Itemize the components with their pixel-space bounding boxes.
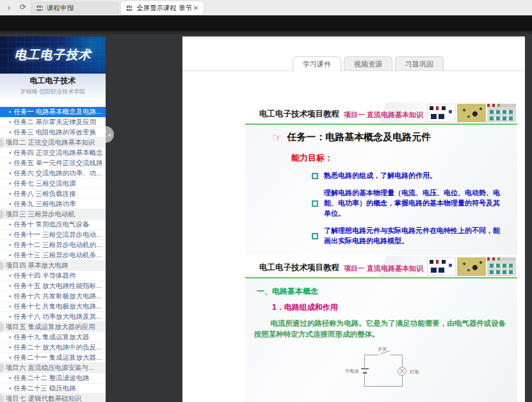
sidebar-item[interactable]: •任务三 电阻电路的等效变换 [0, 127, 106, 138]
body-paragraph: 电流所通过的路径称为电路。它是为了满足功能需要，由电气器件或设备按照某种特定方式… [254, 318, 507, 341]
sidebar-item[interactable]: •任务十 常用低压电气设备 [0, 220, 106, 230]
tab-video-resources[interactable]: 视频资源 [344, 56, 392, 71]
bullet-dot-icon: • [9, 375, 11, 382]
sidebar-item[interactable]: •任务十五 放大电路性能指标... [0, 281, 106, 291]
sidebar-item[interactable]: •任务十七 共集电极放大电路... [0, 302, 106, 312]
sidebar-item[interactable]: •任务十四 半导体器件 [0, 271, 106, 281]
course-sidebar: 电工电子技术 电工电子技术 罗锦锋 信阳职业技术学院 •任务一 电路基本概念及电… [0, 36, 106, 402]
sidebar-item[interactable]: •任务二十三 稳压电路 [0, 383, 106, 394]
sidebar-item[interactable]: •任务二十二 整流滤波电路 [0, 373, 106, 383]
sidebar-section-header[interactable]: 项目三 三相异步电动机 [0, 209, 106, 220]
goal-heading: 能力目标： [291, 152, 517, 164]
sidebar-item[interactable]: •任务五 单一元件正弦交流线路 [0, 158, 106, 168]
goal-bullet-list: 熟悉电路的组成，了解电路的作用。 理解电路的基本物理量（电流、电压、电位、电动势… [312, 171, 505, 246]
bullet-dot-icon: • [9, 201, 11, 207]
sidebar-item-label: 任务三 电阻电路的等效变换 [13, 128, 96, 137]
slide-header: 电工电子技术项目教程 项目一 直流电路基本知识 [245, 256, 517, 278]
slide-project-title: 项目一 直流电路基本知识 [344, 110, 423, 120]
section-heading: 一、电路基本概念 [257, 286, 517, 297]
bullet-dot-icon: • [9, 293, 11, 300]
goal-bullet-text: 理解电路的基本物理量（电流、电压、电位、电动势、电能、电功率）的概念，掌握电路的… [324, 188, 505, 219]
slide-header-photos [427, 257, 516, 276]
sidebar-item-label: 任务四 正弦交流电路基本概念 [13, 149, 102, 157]
sidebar-item[interactable]: •任务二十一 集成运算放大器... [0, 353, 106, 363]
sidebar-item[interactable]: •任务八 三相负载连接 [0, 189, 106, 199]
sidebar-item-label: 任务八 三相负载连接 [13, 189, 76, 198]
sidebar-item-label: 任务十 常用低压电气设备 [13, 220, 89, 229]
sidebar-item[interactable]: •任务七 三相交流电源 [0, 179, 106, 189]
sidebar-item-label: 任务十九 集成运算放大器 [13, 333, 89, 342]
sidebar-item[interactable]: •任务四 正弦交流电路基本概念 [0, 148, 106, 158]
sidebar-collapse-handle[interactable]: « [106, 126, 114, 143]
goal-bullet-text: 了解理想电路元件与实际电路元件在电特性上的不同，能画出实际电路的电路模型。 [324, 226, 505, 246]
sidebar-item-label: 项目二 正弦交流电路基本知识 [6, 138, 95, 147]
sidebar-item-label: 项目四 基本放大电路 [6, 261, 68, 270]
bullet-dot-icon: • [9, 242, 11, 248]
bullet-dot-icon: • [9, 303, 11, 310]
bullet-dot-icon: • [9, 170, 11, 177]
bullet-dot-icon: • [9, 252, 11, 259]
switch-label: 开关 [378, 346, 387, 353]
trainer-panel-photo-icon [487, 104, 516, 122]
bulb-icon [398, 367, 407, 376]
sidebar-item[interactable]: •任务二十 放大电路中的负反... [0, 342, 106, 353]
tab-exercises[interactable]: 习题巩固 [395, 56, 444, 71]
sidebar-section-header[interactable]: 项目二 正弦交流电路基本知识 [0, 138, 106, 148]
bullet-dot-icon: • [9, 221, 11, 228]
sidebar-item[interactable]: •任务六 交流电路的功率、功... [0, 168, 106, 179]
course-info-band: 电工电子技术 罗锦锋 信阳职业技术学院 [0, 74, 106, 98]
trainer-panel-photo-icon [487, 257, 516, 276]
bullet-dot-icon: • [9, 119, 11, 125]
slide-project-title: 项目一 直流电路基本知识 [344, 264, 423, 273]
tab-study-courseware[interactable]: 学习课件 [293, 56, 341, 72]
course-banner-image: 电工电子技术 [0, 36, 106, 74]
bullet-dot-icon: • [9, 191, 11, 197]
sidebar-item[interactable]: •任务二 基尔霍夫定律及应用 [0, 117, 106, 127]
refresh-icon[interactable]: ⟳ [20, 2, 26, 13]
sidebar-item-label: 任务二 基尔霍夫定律及应用 [13, 118, 96, 127]
sidebar-item[interactable]: •任务十二 三相异步电动机的... [0, 240, 106, 250]
sidebar-item-label: 任务九 三相电路功率 [13, 200, 76, 209]
bullet-dot-icon: • [9, 344, 11, 351]
sidebar-item-label: 任务二十三 稳压电路 [13, 384, 76, 393]
bullet-dot-icon: • [9, 334, 11, 341]
sidebar-item[interactable]: •任务十八 功率放大电路及其... [0, 312, 106, 322]
goal-bullet: 熟悉电路的组成，了解电路的作用。 [312, 171, 505, 181]
square-bullet-icon [312, 200, 318, 207]
browser-tab-active[interactable]: 全屏显示课程 章节 ✕ [121, 1, 204, 15]
browser-tab-label: 全屏显示课程 章节 [136, 4, 192, 13]
sidebar-item[interactable]: •任务十九 集成运算放大器 [0, 332, 106, 342]
sidebar-section-header[interactable]: 项目六 直流稳压电源安装与... [0, 363, 106, 373]
bullet-dot-icon: • [9, 314, 11, 320]
goal-bullet-text: 熟悉电路的组成，了解电路的作用。 [324, 171, 437, 181]
task-title: 任务一：电路基本概念及电路元件 [287, 131, 431, 143]
sidebar-item-label: 任务七 三相交流电源 [13, 179, 76, 188]
sidebar-item-label: 任务二十二 整流滤波电路 [13, 374, 89, 383]
pointing-hand-icon: ☞ [272, 132, 282, 143]
sidebar-section-header[interactable]: 项目四 基本放大电路 [0, 261, 106, 271]
circuit-photo-icon [427, 257, 456, 276]
sidebar-item-label: 任务十四 半导体器件 [13, 271, 76, 280]
close-icon[interactable]: ✕ [193, 4, 198, 12]
task-title-row: ☞ 任务一：电路基本概念及电路元件 [272, 131, 517, 143]
slide-course-title: 电工电子技术项目教程 [259, 109, 339, 120]
bullet-dot-icon: • [9, 355, 11, 361]
slide-header-photos [427, 104, 516, 122]
sidebar-item-label: 任务十六 共发射极放大电路... [13, 292, 102, 301]
sidebar-section-header[interactable]: 项目七 逻辑代数基础知识 [0, 394, 106, 402]
sidebar-item-label: 任务六 交流电路的功率、功... [13, 169, 102, 178]
main-content-panel: 学习课件 视频资源 习题巩固 电工电子技术项目教程 项目一 直流电路基本知识 ☞… [182, 36, 525, 402]
browser-tab-inactive[interactable]: 课程申报 [31, 2, 119, 14]
sidebar-item-label: 任务十五 放大电路性能指标... [13, 282, 102, 291]
sidebar-item[interactable]: •任务十三 三相异步电动机条... [0, 250, 106, 261]
bullet-dot-icon: • [9, 150, 11, 156]
forward-icon[interactable]: › [8, 2, 10, 13]
sidebar-item[interactable]: •任务九 三相电路功率 [0, 199, 106, 209]
circuit-photo-icon [427, 104, 456, 122]
course-author: 罗锦锋 信阳职业技术学院 [0, 88, 106, 96]
sidebar-item[interactable]: •任务一 电路基本概念及电路... [0, 107, 106, 117]
sidebar-item[interactable]: •任务十一 三相交流异步电动... [0, 230, 106, 240]
sidebar-item[interactable]: •任务十六 共发射极放大电路... [0, 291, 106, 302]
sidebar-item-label: 任务二十 放大电路中的负反... [13, 343, 102, 352]
sidebar-section-header[interactable]: 项目五 集成运算放大器的应用 [0, 322, 106, 332]
